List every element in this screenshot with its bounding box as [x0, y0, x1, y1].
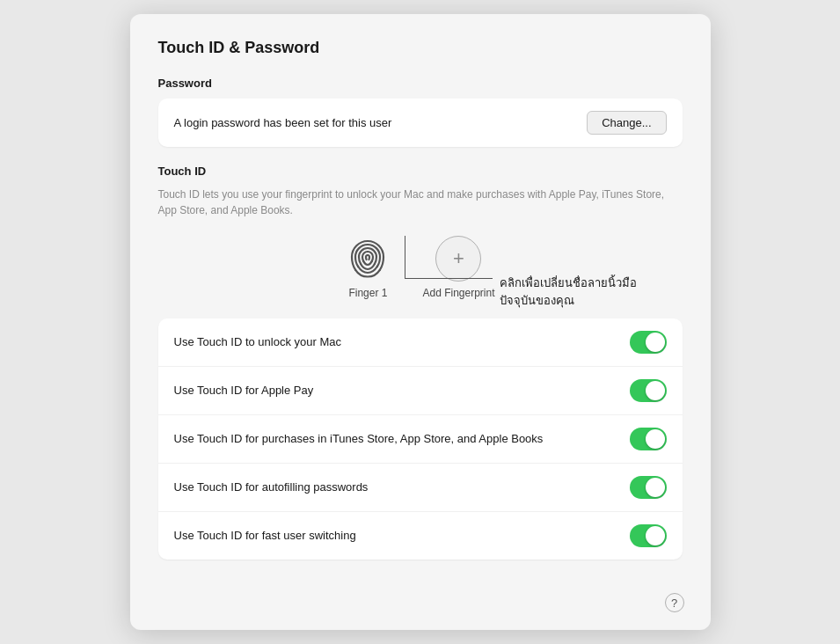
- toggle-3[interactable]: [630, 476, 667, 499]
- toggle-1[interactable]: [630, 379, 667, 402]
- touch-id-description: Touch ID lets you use your fingerprint t…: [158, 187, 683, 218]
- toggle-label-4: Use Touch ID for fast user switching: [174, 528, 630, 544]
- finger1-item[interactable]: Finger 1: [345, 236, 391, 299]
- toggle-label-1: Use Touch ID for Apple Pay: [174, 383, 630, 399]
- toggle-row-3: Use Touch ID for autofilling passwords: [158, 464, 683, 512]
- toggle-row-4: Use Touch ID for fast user switching: [158, 512, 683, 560]
- toggle-4[interactable]: [630, 524, 667, 547]
- fingerprint-row-wrapper: Finger 1 + Add Fingerprint: [158, 236, 683, 299]
- touch-id-section: Touch ID Touch ID lets you use your fing…: [158, 165, 683, 299]
- finger1-label: Finger 1: [348, 287, 387, 299]
- annotation-horizontal-line: [405, 278, 493, 279]
- touch-id-section-title: Touch ID: [158, 165, 683, 178]
- toggle-list: Use Touch ID to unlock your Mac Use Touc…: [158, 318, 683, 560]
- annotation-line-group: [405, 236, 493, 279]
- toggle-2[interactable]: [630, 428, 667, 450]
- annotation-text: คลิกเพื่อเปลี่ยนชื่อลายนิ้วมือปัจจุบันขอ…: [500, 274, 658, 309]
- help-button[interactable]: ?: [665, 593, 684, 612]
- annotation: คลิกเพื่อเปลี่ยนชื่อลายนิ้วมือปัจจุบันขอ…: [405, 236, 658, 309]
- change-password-button[interactable]: Change...: [587, 111, 666, 135]
- toggle-label-2: Use Touch ID for purchases in iTunes Sto…: [174, 431, 630, 447]
- toggle-0[interactable]: [630, 331, 667, 354]
- password-status-label: A login password has been set for this u…: [174, 116, 392, 129]
- password-section-title: Password: [158, 77, 683, 90]
- annotation-container: คลิกเพื่อเปลี่ยนชื่อลายนิ้วมือปัจจุบันขอ…: [405, 236, 658, 309]
- annotation-vertical-line: [405, 236, 405, 278]
- toggle-label-3: Use Touch ID for autofilling passwords: [174, 479, 630, 495]
- toggle-row-1: Use Touch ID for Apple Pay: [158, 367, 683, 415]
- toggle-row-2: Use Touch ID for purchases in iTunes Sto…: [158, 415, 683, 464]
- toggle-row-0: Use Touch ID to unlock your Mac: [158, 318, 683, 367]
- toggle-label-0: Use Touch ID to unlock your Mac: [174, 334, 630, 350]
- page-title: Touch ID & Password: [158, 39, 683, 57]
- password-row: A login password has been set for this u…: [158, 99, 683, 147]
- finger1-icon: [345, 236, 391, 282]
- settings-window: Touch ID & Password Password A login pas…: [130, 14, 711, 630]
